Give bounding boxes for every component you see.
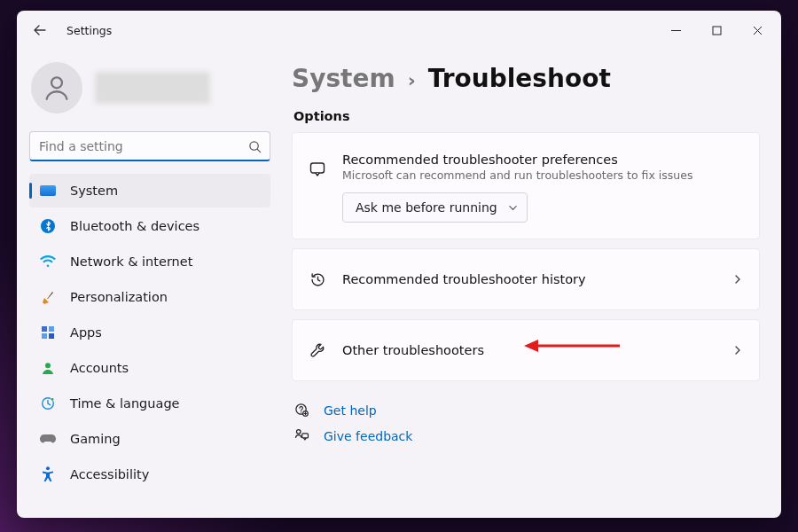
- nav: System Bluetooth & devices Network & int…: [29, 174, 270, 491]
- wifi-icon: [40, 254, 56, 270]
- titlebar: Settings: [17, 11, 781, 50]
- settings-window: Settings Syst: [17, 11, 781, 518]
- breadcrumb: System › Troubleshoot: [292, 64, 760, 93]
- sidebar-item-accessibility[interactable]: Accessibility: [29, 458, 270, 491]
- bluetooth-icon: [40, 218, 56, 234]
- arrow-left-icon: [33, 23, 47, 37]
- card-subtitle: Microsoft can recommend and run troubles…: [342, 168, 743, 182]
- system-icon: [40, 183, 56, 199]
- wrench-icon: [309, 342, 326, 359]
- get-help-link[interactable]: Get help: [293, 403, 760, 418]
- paintbrush-icon: [40, 289, 56, 305]
- minimize-icon: [671, 26, 681, 35]
- main-panel: System › Troubleshoot Options Recommende…: [283, 50, 781, 518]
- chevron-down-icon: [508, 203, 518, 213]
- sidebar-item-gaming[interactable]: Gaming: [29, 422, 270, 456]
- card-row: Other troubleshooters: [293, 320, 759, 380]
- sidebar-item-label: Bluetooth & devices: [70, 219, 200, 233]
- svg-point-1: [51, 77, 62, 88]
- sidebar-item-label: Gaming: [70, 432, 121, 446]
- person-icon: [42, 73, 72, 103]
- svg-rect-4: [49, 326, 54, 332]
- card-row: Recommended troubleshooter history: [293, 249, 759, 309]
- accounts-icon: [40, 360, 56, 376]
- feedback-icon: [293, 428, 309, 443]
- card-row: Recommended troubleshooter preferences M…: [293, 133, 759, 239]
- card-body: Recommended troubleshooter preferences M…: [342, 153, 743, 223]
- breadcrumb-parent[interactable]: System: [292, 64, 395, 93]
- sidebar-item-label: System: [70, 184, 118, 198]
- clock-icon: [40, 395, 56, 411]
- card-body: Recommended troubleshooter history: [342, 272, 716, 286]
- svg-point-7: [45, 363, 51, 368]
- gaming-icon: [40, 431, 56, 447]
- accessibility-icon: [40, 466, 56, 482]
- maximize-button[interactable]: [696, 16, 737, 44]
- sidebar-item-time[interactable]: Time & language: [29, 387, 270, 420]
- card-title: Recommended troubleshooter preferences: [342, 153, 743, 167]
- card-other-troubleshooters[interactable]: Other troubleshooters: [292, 319, 760, 381]
- svg-rect-3: [42, 326, 47, 332]
- card-title: Recommended troubleshooter history: [342, 272, 716, 286]
- svg-rect-16: [301, 434, 308, 438]
- close-button[interactable]: [737, 16, 778, 44]
- username-redacted: [95, 72, 210, 104]
- sidebar-item-label: Accessibility: [70, 467, 149, 481]
- search-icon: [248, 140, 262, 153]
- chevron-right-icon: [732, 271, 743, 288]
- sidebar-item-label: Personalization: [70, 290, 168, 304]
- help-icon: [293, 403, 309, 418]
- troubleshooter-pref-dropdown[interactable]: Ask me before running: [342, 192, 528, 223]
- search-button[interactable]: [244, 136, 265, 157]
- profile-block[interactable]: [29, 55, 270, 128]
- content-area: System Bluetooth & devices Network & int…: [17, 50, 781, 518]
- card-body: Other troubleshooters: [342, 343, 716, 357]
- minimize-button[interactable]: [655, 16, 696, 44]
- avatar: [31, 62, 82, 113]
- search-input[interactable]: [29, 131, 270, 161]
- svg-point-13: [300, 411, 301, 412]
- give-feedback-link[interactable]: Give feedback: [293, 428, 760, 443]
- sidebar-item-label: Accounts: [70, 361, 129, 375]
- sidebar-item-network[interactable]: Network & internet: [29, 245, 270, 278]
- svg-rect-5: [42, 333, 47, 339]
- sidebar-item-bluetooth[interactable]: Bluetooth & devices: [29, 209, 270, 243]
- card-title: Other troubleshooters: [342, 343, 716, 357]
- sidebar-item-label: Time & language: [70, 396, 180, 411]
- close-icon: [753, 26, 763, 35]
- back-button[interactable]: [26, 16, 54, 44]
- window-controls: [655, 16, 778, 44]
- sidebar-item-system[interactable]: System: [29, 174, 270, 207]
- maximize-icon: [712, 26, 722, 35]
- sidebar-item-apps[interactable]: Apps: [29, 316, 270, 349]
- breadcrumb-separator: ›: [408, 69, 416, 91]
- link-text: Give feedback: [324, 429, 412, 443]
- card-history[interactable]: Recommended troubleshooter history: [292, 248, 760, 310]
- chat-icon: [309, 153, 326, 177]
- sidebar-item-label: Apps: [70, 325, 102, 340]
- svg-rect-0: [713, 27, 721, 35]
- card-recommended-prefs: Recommended troubleshooter preferences M…: [292, 132, 760, 239]
- apps-icon: [40, 325, 56, 340]
- breadcrumb-current: Troubleshoot: [428, 64, 611, 93]
- sidebar-item-accounts[interactable]: Accounts: [29, 351, 270, 385]
- svg-rect-6: [49, 333, 54, 339]
- sidebar-item-personalization[interactable]: Personalization: [29, 280, 270, 314]
- section-label: Options: [293, 109, 760, 123]
- link-text: Get help: [324, 403, 377, 418]
- footer-links: Get help Give feedback: [292, 403, 760, 443]
- svg-point-2: [249, 141, 257, 149]
- dropdown-value: Ask me before running: [356, 200, 497, 215]
- search-wrap: [29, 131, 270, 161]
- history-icon: [309, 271, 326, 288]
- svg-point-10: [46, 466, 50, 470]
- sidebar-item-label: Network & internet: [70, 254, 192, 269]
- svg-rect-11: [311, 163, 325, 173]
- sidebar: System Bluetooth & devices Network & int…: [17, 50, 283, 518]
- svg-point-15: [296, 430, 301, 434]
- app-title: Settings: [66, 24, 112, 37]
- chevron-right-icon: [732, 342, 743, 359]
